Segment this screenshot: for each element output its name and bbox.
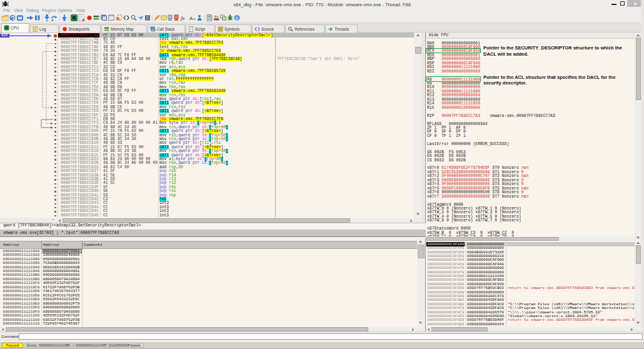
svg-text:fx: fx	[181, 15, 185, 21]
svg-text:a: a	[193, 17, 196, 21]
